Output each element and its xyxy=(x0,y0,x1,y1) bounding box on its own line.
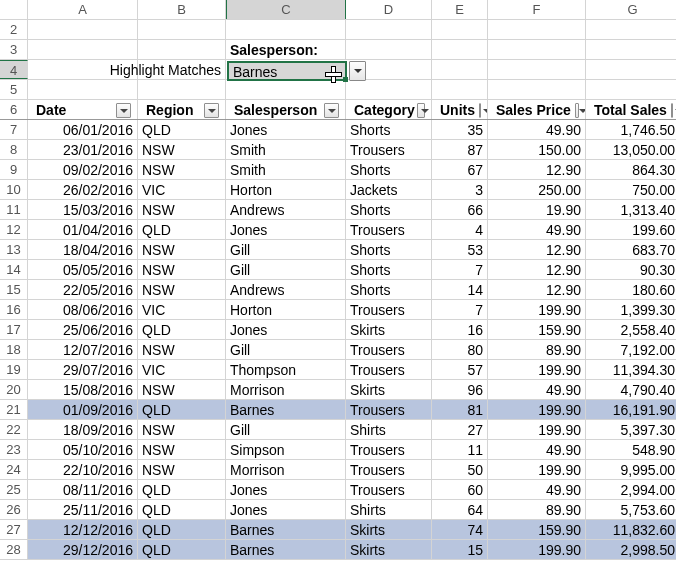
table-cell[interactable]: 13,050.00 xyxy=(586,140,676,159)
table-cell[interactable]: 05/10/2016 xyxy=(28,440,138,459)
row-header[interactable]: 11 xyxy=(0,200,28,219)
table-cell[interactable]: 250.00 xyxy=(488,180,586,199)
table-cell[interactable]: 90.30 xyxy=(586,260,676,279)
table-cell[interactable]: 11,832.60 xyxy=(586,520,676,539)
row-header[interactable]: 3 xyxy=(0,40,28,59)
table-cell[interactable]: VIC xyxy=(138,180,226,199)
table-cell[interactable]: 864.30 xyxy=(586,160,676,179)
table-cell[interactable]: Barnes xyxy=(226,520,346,539)
table-cell[interactable]: 5,753.60 xyxy=(586,500,676,519)
table-cell[interactable]: Trousers xyxy=(346,440,432,459)
table-cell[interactable]: 89.90 xyxy=(488,340,586,359)
table-cell[interactable]: 2,994.00 xyxy=(586,480,676,499)
table-cell[interactable]: Andrews xyxy=(226,200,346,219)
row-header[interactable]: 9 xyxy=(0,160,28,179)
table-cell[interactable]: 1,313.40 xyxy=(586,200,676,219)
table-cell[interactable]: 1,746.50 xyxy=(586,120,676,139)
table-cell[interactable]: NSW xyxy=(138,440,226,459)
table-cell[interactable]: Shirts xyxy=(346,420,432,439)
row-header[interactable]: 23 xyxy=(0,440,28,459)
table-cell[interactable]: 60 xyxy=(432,480,488,499)
column-header-D[interactable]: D xyxy=(346,0,432,19)
row-header[interactable]: 13 xyxy=(0,240,28,259)
table-cell[interactable]: VIC xyxy=(138,300,226,319)
table-cell[interactable]: 09/02/2016 xyxy=(28,160,138,179)
row-header[interactable]: 10 xyxy=(0,180,28,199)
table-header-cell-A[interactable]: Date xyxy=(28,100,138,119)
table-cell[interactable]: 25/06/2016 xyxy=(28,320,138,339)
table-cell[interactable]: 11,394.30 xyxy=(586,360,676,379)
row-header[interactable]: 17 xyxy=(0,320,28,339)
highlight-matches-label[interactable]: Highlight Matches xyxy=(138,60,226,79)
table-cell[interactable]: 4,790.40 xyxy=(586,380,676,399)
cell-G3[interactable] xyxy=(586,40,676,59)
table-cell[interactable]: QLD xyxy=(138,400,226,419)
row-header[interactable]: 24 xyxy=(0,460,28,479)
table-cell[interactable]: 22/10/2016 xyxy=(28,460,138,479)
cell-A5[interactable] xyxy=(28,80,138,99)
table-cell[interactable]: 16 xyxy=(432,320,488,339)
table-cell[interactable]: 87 xyxy=(432,140,488,159)
table-cell[interactable]: Morrison xyxy=(226,460,346,479)
table-header-cell-E[interactable]: Units xyxy=(432,100,488,119)
column-header-A[interactable]: A xyxy=(28,0,138,19)
table-cell[interactable]: NSW xyxy=(138,460,226,479)
table-cell[interactable]: Jones xyxy=(226,120,346,139)
table-cell[interactable]: NSW xyxy=(138,420,226,439)
table-cell[interactable]: Trousers xyxy=(346,340,432,359)
cell-E3[interactable] xyxy=(432,40,488,59)
table-cell[interactable]: 74 xyxy=(432,520,488,539)
cell-F2[interactable] xyxy=(488,20,586,39)
table-cell[interactable]: Jones xyxy=(226,220,346,239)
table-cell[interactable]: Andrews xyxy=(226,280,346,299)
table-cell[interactable]: Skirts xyxy=(346,320,432,339)
cell-B5[interactable] xyxy=(138,80,226,99)
table-cell[interactable]: 9,995.00 xyxy=(586,460,676,479)
table-cell[interactable]: 7 xyxy=(432,260,488,279)
salesperson-label[interactable]: Salesperson: xyxy=(226,40,346,59)
table-header-cell-B[interactable]: Region xyxy=(138,100,226,119)
table-cell[interactable]: 08/06/2016 xyxy=(28,300,138,319)
cell-B2[interactable] xyxy=(138,20,226,39)
table-cell[interactable]: Trousers xyxy=(346,460,432,479)
column-header-E[interactable]: E xyxy=(432,0,488,19)
filter-button-B[interactable] xyxy=(204,103,219,118)
row-header[interactable]: 8 xyxy=(0,140,28,159)
filter-button-C[interactable] xyxy=(324,103,339,118)
data-validation-dropdown-button[interactable] xyxy=(349,61,366,81)
cell-F4[interactable] xyxy=(488,60,586,79)
table-cell[interactable]: 2,558.40 xyxy=(586,320,676,339)
table-cell[interactable]: 29/12/2016 xyxy=(28,540,138,559)
table-cell[interactable]: 29/07/2016 xyxy=(28,360,138,379)
table-cell[interactable]: Jones xyxy=(226,500,346,519)
table-cell[interactable]: Shorts xyxy=(346,200,432,219)
filter-button-A[interactable] xyxy=(116,103,131,118)
row-header[interactable]: 19 xyxy=(0,360,28,379)
cell-E2[interactable] xyxy=(432,20,488,39)
table-cell[interactable]: NSW xyxy=(138,160,226,179)
table-cell[interactable]: 199.90 xyxy=(488,400,586,419)
table-cell[interactable]: 2,998.50 xyxy=(586,540,676,559)
table-cell[interactable]: 159.90 xyxy=(488,320,586,339)
row-header[interactable]: 18 xyxy=(0,340,28,359)
cell-C5[interactable] xyxy=(226,80,346,99)
table-cell[interactable]: 53 xyxy=(432,240,488,259)
table-cell[interactable]: 49.90 xyxy=(488,120,586,139)
table-cell[interactable]: NSW xyxy=(138,240,226,259)
table-cell[interactable]: QLD xyxy=(138,520,226,539)
table-header-cell-D[interactable]: Category xyxy=(346,100,432,119)
table-cell[interactable]: Skirts xyxy=(346,520,432,539)
table-cell[interactable]: 49.90 xyxy=(488,440,586,459)
table-header-cell-C[interactable]: Salesperson xyxy=(226,100,346,119)
row-header[interactable]: 4 xyxy=(0,60,28,79)
column-header-C[interactable]: C xyxy=(226,0,346,19)
table-cell[interactable]: 19.90 xyxy=(488,200,586,219)
filter-button-D[interactable] xyxy=(417,103,425,118)
table-cell[interactable]: QLD xyxy=(138,480,226,499)
row-header[interactable]: 28 xyxy=(0,540,28,559)
table-cell[interactable]: 12.90 xyxy=(488,160,586,179)
table-cell[interactable]: Smith xyxy=(226,160,346,179)
table-cell[interactable]: 22/05/2016 xyxy=(28,280,138,299)
table-cell[interactable]: 199.90 xyxy=(488,360,586,379)
table-cell[interactable]: 199.90 xyxy=(488,300,586,319)
